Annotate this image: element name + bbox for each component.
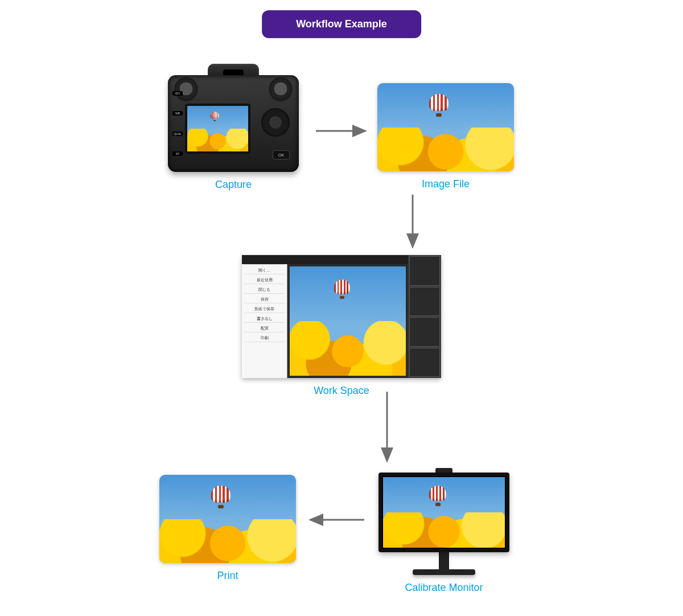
step-calibrate-monitor: Calibrate Monitor: [370, 473, 518, 594]
flowers-icon: [377, 128, 514, 172]
balloon-icon: [334, 280, 351, 301]
monitor-screen: [383, 477, 505, 548]
camera-lcd: [185, 104, 250, 154]
monitor-base: [413, 569, 475, 575]
step-print: Print: [154, 475, 302, 582]
flowers-icon: [383, 512, 505, 548]
svg-marker-3: [406, 233, 419, 249]
camera-illustration: ISOWBQUALAF OK: [168, 64, 299, 172]
arrow-left-icon: [307, 511, 364, 528]
workspace-panels: [408, 255, 441, 378]
header-title-text: Workflow Example: [296, 18, 387, 30]
caption-print: Print: [154, 570, 302, 582]
arrow-down-icon: [378, 392, 396, 463]
balloon-icon: [429, 486, 446, 508]
camera-multiselector: [261, 108, 290, 137]
caption-image-file: Image File: [375, 178, 517, 190]
caption-monitor: Calibrate Monitor: [370, 582, 518, 594]
print-output: [159, 475, 296, 563]
svg-marker-9: [308, 514, 323, 526]
flowers-icon: [159, 519, 296, 564]
workspace-window: 新規…開く…最近使用閉じる保存 別名で保存書き出し配置印刷: [242, 255, 441, 378]
svg-marker-1: [352, 125, 367, 137]
camera-ok-button: OK: [273, 150, 290, 159]
step-image-file: Image File: [375, 83, 517, 190]
camera-side-buttons: ISOWBQUALAF: [172, 83, 183, 164]
step-capture: ISOWBQUALAF OK Capture: [159, 64, 307, 191]
flowers-icon: [187, 129, 248, 151]
caption-capture: Capture: [159, 179, 307, 191]
monitor-bezel: [378, 473, 509, 552]
arrow-right-icon: [316, 122, 367, 139]
flowers-icon: [290, 321, 406, 376]
balloon-icon: [429, 94, 449, 119]
monitor-calibrator: [435, 468, 452, 473]
balloon-icon: [211, 486, 231, 511]
camera-mode-dial-right: [269, 77, 292, 100]
image-file-thumbnail: [377, 83, 514, 171]
step-workspace: 新規…開く…最近使用閉じる保存 別名で保存書き出し配置印刷 Work Space: [239, 255, 444, 397]
workspace-canvas: [290, 266, 406, 376]
arrow-down-icon: [404, 195, 421, 249]
monitor-stand: [439, 552, 449, 569]
caption-workspace: Work Space: [239, 385, 444, 397]
balloon-icon: [211, 112, 219, 122]
header-title-pill: Workflow Example: [262, 10, 421, 38]
svg-marker-7: [381, 447, 393, 463]
monitor-illustration: [378, 473, 509, 575]
workspace-dropdown-menu: 新規…開く…最近使用閉じる保存 別名で保存書き出し配置印刷: [242, 255, 287, 378]
